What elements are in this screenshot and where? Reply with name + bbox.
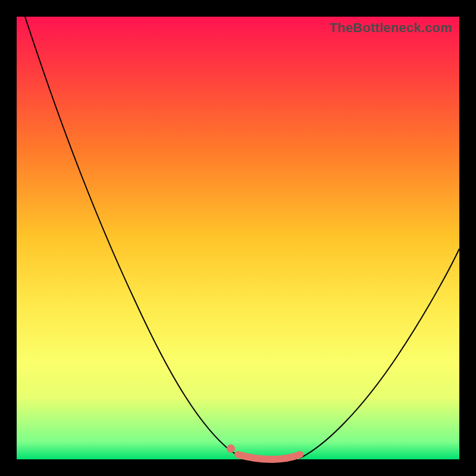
right-curve (300, 249, 459, 458)
chart-svg (17, 17, 459, 459)
chart-area: TheBottleneck.com (17, 17, 459, 459)
left-curve (25, 17, 248, 458)
optimal-band (238, 455, 300, 459)
marker-dot (227, 444, 235, 453)
